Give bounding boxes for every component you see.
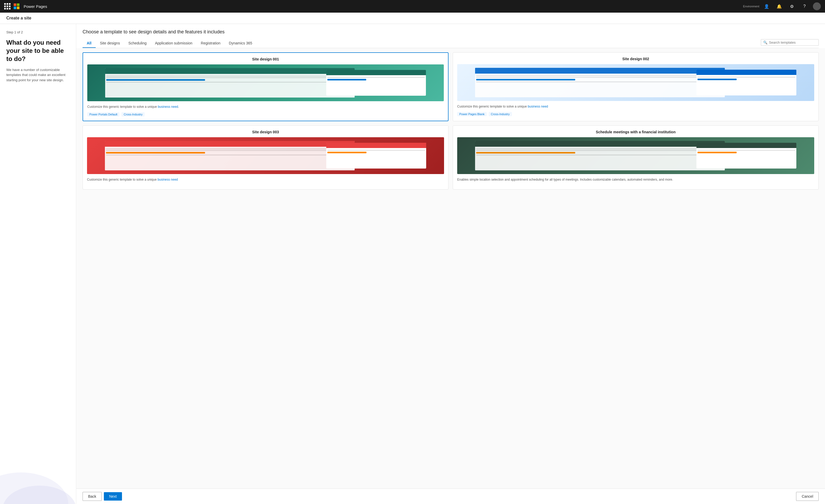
tabs-row: All Site designs Scheduling Application … [83, 39, 819, 48]
template-tag-001-1: Cross-Industry [122, 112, 145, 117]
help-icon[interactable]: ? [800, 2, 809, 10]
template-desc-001: Customize this generic template to solve… [87, 104, 444, 109]
sidebar-description: We have a number of customizable templat… [6, 67, 70, 83]
right-panel: Choose a template to see design details … [76, 24, 825, 504]
search-input[interactable] [769, 41, 816, 45]
template-card-site-design-003[interactable]: Site design 003 [83, 125, 449, 190]
template-desc-004: Enables simple location selection and ap… [457, 177, 814, 182]
cancel-button[interactable]: Cancel [796, 492, 819, 501]
preview-mockup-phone-003 [326, 143, 426, 168]
template-title-002: Site design 002 [457, 57, 814, 61]
page-title: Create a site [6, 16, 31, 20]
search-icon: 🔍 [763, 41, 767, 45]
tab-registration[interactable]: Registration [197, 39, 225, 48]
nav-icons: 👤 🔔 ⚙ ? [762, 2, 821, 10]
notification-icon[interactable]: 🔔 [775, 2, 783, 10]
preview-mockup-phone-004 [696, 143, 796, 168]
templates-grid: Site design 001 [83, 52, 819, 190]
templates-area: Site design 001 [76, 48, 825, 489]
panel-header: Choose a template to see design details … [76, 24, 825, 48]
template-title-001: Site design 001 [87, 57, 444, 61]
template-card-site-design-001[interactable]: Site design 001 [83, 52, 449, 121]
template-preview-004 [457, 137, 814, 174]
template-card-schedule-meetings[interactable]: Schedule meetings with a financial insti… [453, 125, 819, 190]
template-tags-001: Power Portals Default Cross-Industry [87, 112, 444, 117]
template-title-004: Schedule meetings with a financial insti… [457, 130, 814, 134]
preview-mockup-desktop-003 [105, 141, 355, 170]
account-icon[interactable]: 👤 [762, 2, 771, 10]
tab-all[interactable]: All [83, 39, 96, 48]
avatar[interactable] [813, 2, 821, 10]
template-preview-002 [457, 64, 814, 101]
preview-mockup-phone-001 [326, 70, 426, 96]
search-box[interactable]: 🔍 [761, 39, 819, 46]
tab-site-designs[interactable]: Site designs [96, 39, 124, 48]
preview-mockup-phone-002 [696, 70, 796, 95]
template-preview-003 [87, 137, 444, 174]
app-name: Power Pages [24, 4, 47, 9]
back-button[interactable]: Back [83, 492, 102, 501]
environment-info: Environment [743, 5, 759, 8]
svg-point-1 [3, 486, 76, 504]
template-tag-001-0: Power Portals Default [87, 112, 119, 117]
settings-icon[interactable]: ⚙ [788, 2, 796, 10]
panel-title: Choose a template to see design details … [83, 29, 819, 35]
template-tag-002-1: Cross-Industry [489, 112, 512, 116]
step-label: Step 1 of 2 [6, 30, 70, 34]
preview-mockup-desktop-004 [475, 141, 725, 170]
page-header: Create a site [0, 13, 825, 24]
tab-dynamics365[interactable]: Dynamics 365 [225, 39, 256, 48]
preview-mockup-desktop-002 [475, 68, 725, 97]
top-navigation: Power Pages Environment 👤 🔔 ⚙ ? [0, 0, 825, 13]
microsoft-logo [14, 3, 19, 9]
tab-scheduling[interactable]: Scheduling [124, 39, 151, 48]
template-desc-link-001[interactable]: business need [158, 105, 178, 109]
template-desc-002: Customize this generic template to solve… [457, 104, 814, 109]
template-desc-link-002[interactable]: business need [528, 104, 548, 108]
template-card-site-design-002[interactable]: Site design 002 [453, 52, 819, 121]
main-layout: Step 1 of 2 What do you need your site t… [0, 24, 825, 504]
footer: Back Next Cancel [76, 489, 825, 504]
next-button[interactable]: Next [104, 492, 122, 501]
tab-application-submission[interactable]: Application submission [151, 39, 197, 48]
app-launcher-icon[interactable] [4, 3, 10, 9]
template-tag-002-0: Power Pages Blank [457, 112, 486, 116]
sidebar: Step 1 of 2 What do you need your site t… [0, 24, 76, 504]
template-desc-003: Customize this generic template to solve… [87, 177, 444, 182]
template-desc-link-003[interactable]: business need [157, 178, 178, 182]
sidebar-decoration [0, 451, 76, 504]
sidebar-heading: What do you need your site to be able to… [6, 39, 70, 63]
svg-point-0 [0, 473, 68, 504]
template-preview-001 [87, 64, 444, 101]
template-title-003: Site design 003 [87, 130, 444, 134]
template-tags-002: Power Pages Blank Cross-Industry [457, 112, 814, 116]
preview-mockup-desktop-001 [105, 68, 355, 97]
